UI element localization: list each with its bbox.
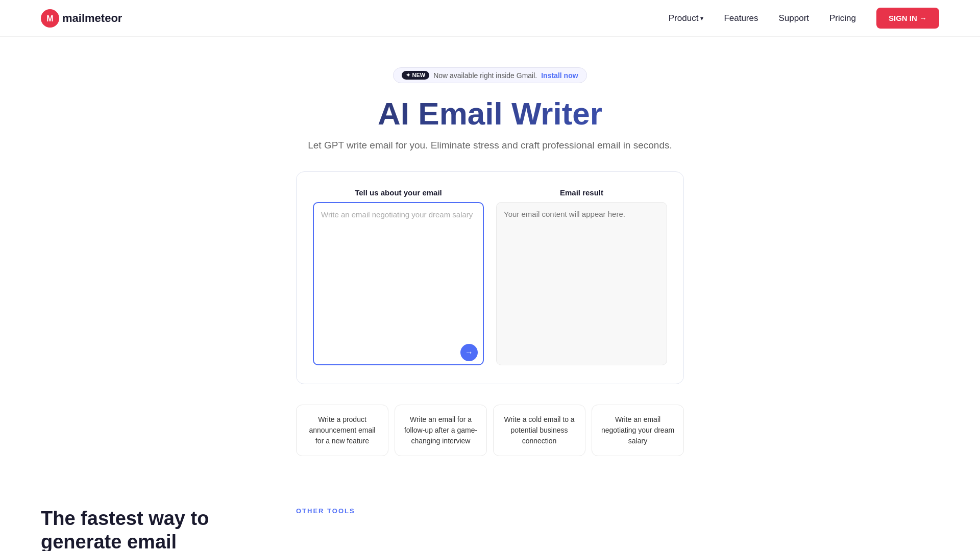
badge-text: Now available right inside Gmail. (433, 71, 537, 80)
nav-features[interactable]: Features (724, 13, 758, 23)
email-tool: Tell us about your email → Email result (296, 171, 684, 384)
other-tools-label: OTHER TOOLS (296, 507, 355, 515)
sign-in-button[interactable]: SIGN IN → (876, 8, 939, 29)
input-label: Tell us about your email (313, 188, 484, 197)
suggestion-card-0[interactable]: Write a product announcement email for a… (296, 405, 388, 456)
suggestion-card-2[interactable]: Write a cold email to a potential busine… (493, 405, 585, 456)
email-result (496, 202, 667, 365)
new-tag: ✦ NEW (402, 71, 429, 80)
navbar: M mailmeteor Product ▾ Features Support … (0, 0, 980, 37)
input-wrapper: → (313, 202, 484, 367)
logo[interactable]: M mailmeteor (41, 9, 122, 28)
bottom-heading: The fastest way to generate email (41, 507, 265, 551)
suggestion-card-3[interactable]: Write an email negotiating your dream sa… (592, 405, 684, 456)
bottom-section: The fastest way to generate email OTHER … (0, 477, 980, 551)
bottom-left: The fastest way to generate email (41, 507, 265, 551)
nav-pricing[interactable]: Pricing (829, 13, 856, 23)
hero-subtitle: Let GPT write email for you. Eliminate s… (10, 140, 970, 151)
submit-button[interactable]: → (460, 344, 478, 361)
logo-text: mailmeteor (62, 12, 122, 25)
result-label: Email result (496, 188, 667, 197)
hero-title: AI Email Writer (10, 95, 970, 132)
nav-product[interactable]: Product ▾ (669, 13, 704, 23)
input-section: Tell us about your email → (313, 188, 484, 367)
tool-grid: Tell us about your email → Email result (313, 188, 667, 367)
hero-section: ✦ NEW Now available right inside Gmail. … (0, 37, 980, 477)
suggestion-card-1[interactable]: Write an email for a follow-up after a g… (395, 405, 487, 456)
new-badge: ✦ NEW Now available right inside Gmail. … (393, 67, 586, 83)
suggestions-grid: Write a product announcement email for a… (296, 405, 684, 456)
result-section: Email result (496, 188, 667, 367)
product-dropdown-icon: ▾ (700, 15, 703, 22)
svg-text:M: M (46, 14, 53, 23)
install-link[interactable]: Install now (541, 71, 578, 80)
email-input[interactable] (313, 202, 484, 365)
nav-links: Product ▾ Features Support Pricing SIGN … (669, 8, 939, 29)
other-tools: OTHER TOOLS (296, 507, 355, 523)
nav-support[interactable]: Support (778, 13, 809, 23)
